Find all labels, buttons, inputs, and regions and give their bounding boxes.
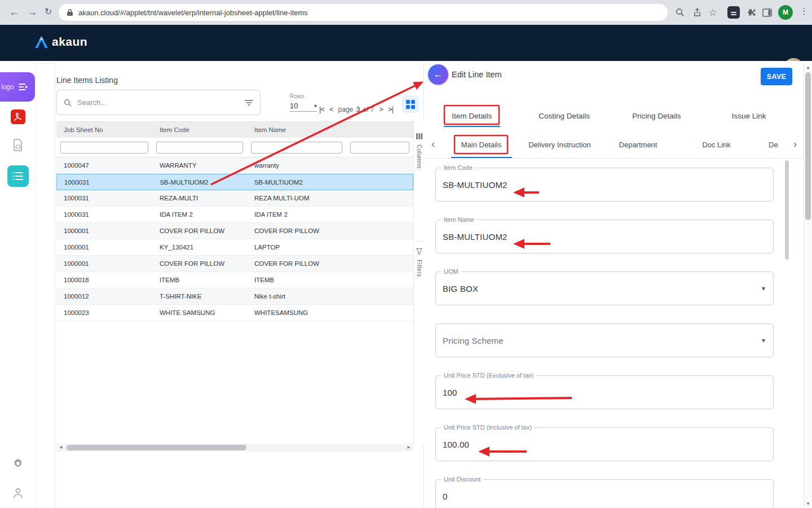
subtab-department[interactable]: Department bbox=[599, 131, 677, 158]
next-page-button[interactable]: > bbox=[379, 105, 383, 113]
browser-toolbar: ← → ↻ akaun.cloud/#/applet/tnt/wavelet/e… bbox=[0, 0, 812, 25]
table-header-row: Job Sheet NoItem CodeItem Name bbox=[56, 121, 413, 138]
column-filter-input[interactable] bbox=[156, 142, 243, 154]
column-filter-input[interactable] bbox=[251, 142, 342, 154]
listing-title: Line Items Listing bbox=[56, 76, 118, 85]
field-pricing-scheme[interactable]: Pricing Scheme▾ bbox=[435, 323, 774, 357]
table-cell bbox=[346, 288, 413, 304]
prev-page-button[interactable]: < bbox=[329, 105, 333, 113]
applet-logo-chip[interactable]: logo bbox=[0, 72, 35, 102]
page-scrollbar[interactable]: ▲ ▼ bbox=[804, 63, 812, 508]
bookmark-star-icon[interactable]: ☆ bbox=[707, 7, 718, 18]
field-unit-discount[interactable]: Unit Discount0 bbox=[435, 479, 774, 508]
first-page-button[interactable]: |< bbox=[319, 105, 324, 113]
sim-card-icon[interactable] bbox=[0, 139, 36, 151]
table-cell: 1000001 bbox=[56, 223, 152, 239]
dropdown-caret-icon[interactable]: ▾ bbox=[762, 336, 765, 344]
field-unit-price-std-inclusive[interactable]: Unit Price STD (Inclusive of tax)100.00 bbox=[435, 427, 774, 461]
horizontal-scroll-thumb[interactable] bbox=[67, 445, 246, 450]
side-panel-icon[interactable] bbox=[761, 7, 773, 18]
table-cell: REZA-MULTI bbox=[152, 190, 247, 206]
subtab-main-details[interactable]: Main Details bbox=[442, 131, 520, 158]
browser-menu-kebab-icon[interactable]: ⋮ bbox=[800, 6, 809, 17]
table-row[interactable]: 1000031REZA-MULTIREZA MULTI-UOM bbox=[56, 190, 413, 207]
tab-pricing-details[interactable]: Pricing Details bbox=[611, 104, 703, 127]
table-row[interactable]: 1000018ITEMBITEMB bbox=[56, 272, 413, 288]
extension-dark-icon[interactable] bbox=[727, 6, 740, 19]
field-unit-price-std-exclusive[interactable]: Unit Price STD (Exclusive of tax)100 bbox=[435, 375, 774, 409]
rows-caret-icon: ▾ bbox=[314, 103, 317, 109]
table-row[interactable]: 1000031IDA ITEM 2IDA ITEM 2 bbox=[56, 207, 413, 223]
horizontal-scrollbar[interactable]: ◄ ► bbox=[56, 444, 413, 452]
browser-refresh-icon[interactable]: ↻ bbox=[45, 6, 52, 17]
share-icon[interactable] bbox=[691, 7, 703, 18]
table-row[interactable]: 1000001COVER FOR PILLOWCOVER FOR PILLOW bbox=[56, 256, 413, 272]
browser-forward-icon[interactable]: → bbox=[27, 6, 37, 17]
search-input[interactable] bbox=[76, 98, 245, 107]
tab-costing-details[interactable]: Costing Details bbox=[518, 104, 611, 127]
table-cell: 1000018 bbox=[56, 272, 152, 288]
brand[interactable]: akaun bbox=[35, 35, 87, 49]
column-header: Item Code bbox=[152, 122, 247, 138]
save-button[interactable]: SAVE bbox=[761, 68, 792, 85]
editor-subtabs-bar: ‹ Main DetailsDelivery InstructionDepart… bbox=[424, 131, 804, 159]
back-button[interactable]: ← bbox=[428, 64, 448, 85]
line-items-applet-icon[interactable] bbox=[0, 165, 36, 187]
subtab-delivery-instruction[interactable]: Delivery Instruction bbox=[520, 131, 599, 158]
table-row[interactable]: 1000031SB-MULTIUOM2SB-MULTIUOM2 bbox=[56, 174, 413, 190]
line-items-table: Job Sheet NoItem CodeItem Name 1000047WA… bbox=[56, 121, 413, 321]
field-label: Unit Price STD (Inclusive of tax) bbox=[441, 424, 535, 431]
table-row[interactable]: 1000023WHITE SAMSUNGWHITESAMSUNG bbox=[56, 305, 413, 321]
field-uom[interactable]: UOMBIG BOX▾ bbox=[435, 271, 774, 305]
table-row[interactable]: 1000012T-SHIRT-NIKENike t-shirt bbox=[56, 288, 413, 305]
subtab-de[interactable]: De bbox=[756, 131, 779, 158]
extensions-puzzle-icon[interactable] bbox=[745, 7, 757, 18]
table-cell: IDA ITEM 2 bbox=[247, 207, 346, 222]
gear-icon[interactable] bbox=[0, 458, 36, 468]
table-row[interactable]: 1000001COVER FOR PILLOWCOVER FOR PILLOW bbox=[56, 223, 413, 239]
editor-title: Edit Line Item bbox=[452, 70, 502, 79]
column-filter-input[interactable] bbox=[350, 142, 409, 154]
rows-select[interactable]: 10 ▾ bbox=[290, 102, 317, 112]
address-bar[interactable]: akaun.cloud/#/applet/tnt/wavelet/erp/int… bbox=[59, 4, 668, 21]
table-row[interactable]: 1000001KY_130421LAPTOP bbox=[56, 239, 413, 256]
filter-cell bbox=[152, 142, 247, 154]
columns-strip-label[interactable]: Columns bbox=[416, 144, 422, 169]
browser-profile-badge[interactable]: M bbox=[778, 5, 793, 20]
form-scroll-thumb[interactable] bbox=[785, 160, 789, 260]
applet-logo-text: logo bbox=[1, 83, 14, 91]
app-header: akaun bbox=[0, 25, 812, 61]
tab-item-details[interactable]: Item Details bbox=[426, 104, 518, 127]
adobe-acrobat-icon[interactable] bbox=[0, 110, 36, 124]
search-box[interactable] bbox=[56, 90, 261, 115]
filters-funnel-icon[interactable] bbox=[416, 247, 422, 257]
scroll-right-icon[interactable]: ► bbox=[407, 445, 411, 450]
zoom-icon[interactable] bbox=[674, 7, 686, 18]
browser-back-icon[interactable]: ← bbox=[9, 6, 19, 17]
columns-icon[interactable] bbox=[416, 132, 422, 142]
grid-icon bbox=[406, 100, 415, 109]
column-filter-input[interactable] bbox=[60, 142, 148, 154]
filter-list-icon[interactable] bbox=[245, 99, 253, 106]
filter-cell bbox=[56, 142, 152, 154]
subtabs-scroll-left-icon[interactable]: ‹ bbox=[431, 138, 435, 150]
table-row[interactable]: 1000047WARRANTYwarranty bbox=[56, 157, 413, 174]
dropdown-caret-icon[interactable]: ▾ bbox=[762, 284, 765, 292]
scroll-up-icon[interactable]: ▲ bbox=[806, 65, 810, 70]
scroll-down-icon[interactable]: ▼ bbox=[806, 501, 810, 506]
last-page-button[interactable]: >| bbox=[388, 105, 393, 113]
table-cell: 1000023 bbox=[56, 305, 152, 321]
tab-issue-link[interactable]: Issue Link bbox=[703, 104, 795, 127]
subtab-doc-link[interactable]: Doc Link bbox=[677, 131, 756, 158]
profile-person-icon[interactable] bbox=[0, 488, 36, 498]
table-cell bbox=[346, 256, 413, 271]
field-item-code[interactable]: Item CodeSB-MULTIUOM2 bbox=[435, 168, 774, 202]
scroll-left-icon[interactable]: ◄ bbox=[59, 445, 63, 450]
page-scroll-thumb[interactable] bbox=[805, 72, 811, 220]
subtabs-scroll-right-icon[interactable]: › bbox=[793, 138, 797, 150]
field-item-name[interactable]: Item NameSB-MULTIUOM2 bbox=[435, 220, 774, 253]
field-label: Item Code bbox=[441, 164, 475, 171]
filters-strip-label[interactable]: Filters bbox=[416, 260, 422, 277]
column-header: Item Name bbox=[247, 122, 346, 138]
grid-view-button[interactable] bbox=[402, 96, 419, 113]
